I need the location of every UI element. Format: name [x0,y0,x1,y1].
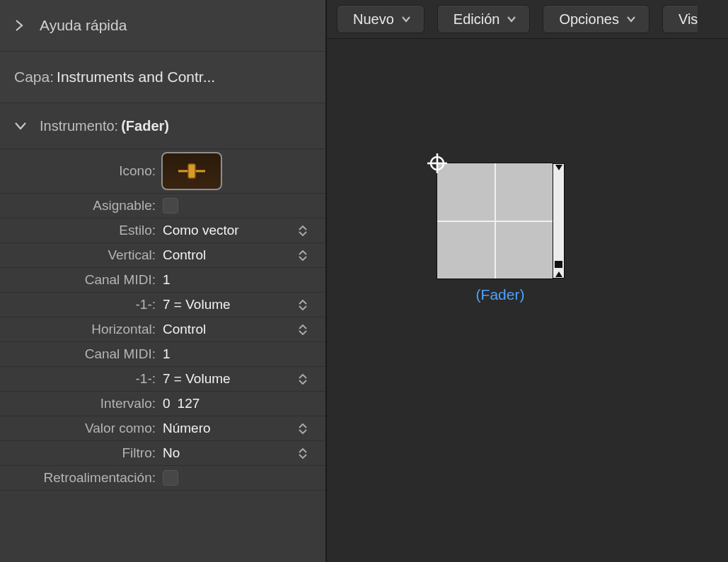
quick-help-row[interactable]: Ayuda rápida [0,0,325,52]
edicion-label: Edición [453,11,500,28]
prop-intervalo[interactable]: Intervalo: 0 127 [0,392,325,416]
chevron-right-icon [14,19,30,32]
stepper-icon[interactable] [299,448,313,459]
valorcomo-label: Valor como: [14,421,163,436]
valorcomo-value: Número [163,421,211,436]
intervalo-max[interactable]: 127 [178,396,200,411]
retro-label: Retroalimentación: [14,470,163,486]
stepper-icon[interactable] [299,423,313,434]
quick-help-label: Ayuda rápida [40,17,127,34]
prop-valor-como[interactable]: Valor como: Número [0,416,325,441]
prop-midi-channel-1[interactable]: Canal MIDI: 1 [0,268,325,293]
neg1b-value: 7 = Volume [163,371,231,387]
neg1a-value: 7 = Volume [163,297,231,312]
midi2-value: 1 [163,346,171,362]
icon-well[interactable] [163,153,221,189]
prop-filtro[interactable]: Filtro: No [0,441,325,466]
inspector-panel: Ayuda rápida Capa: Instruments and Contr… [0,0,327,562]
fader-object-label[interactable]: (Fader) [437,286,564,303]
instrument-label: Instrumento: [40,118,118,134]
icono-label: Icono: [14,163,163,179]
horizontal-label: Horizontal: [14,322,163,337]
estilo-value: Como vector [163,223,239,238]
horizontal-value: Control [163,322,206,337]
filtro-value: No [163,445,180,461]
neg1b-label: -1-: [14,371,163,387]
fader-mini-scrollbar[interactable] [553,163,565,279]
fader-object[interactable] [437,163,553,279]
opciones-label: Opciones [559,11,619,28]
neg1a-label: -1-: [14,297,163,312]
intervalo-min[interactable]: 0 [163,396,171,411]
opciones-menu[interactable]: Opciones [543,5,649,33]
prop-vertical[interactable]: Vertical: Control [0,243,325,268]
scroll-up-icon[interactable] [555,165,562,170]
layer-row[interactable]: Capa: Instruments and Contr... [0,52,325,103]
edicion-menu[interactable]: Edición [437,5,531,33]
fader-icon [175,158,208,184]
environment-canvas[interactable]: (Fader) [327,39,728,562]
filtro-label: Filtro: [14,445,163,461]
prop-cc-a[interactable]: -1-: 7 = Volume [0,293,325,317]
asignable-label: Asignable: [14,198,163,213]
scroll-down-icon[interactable] [555,271,562,277]
crosshair-target-icon [427,153,447,173]
midi1-value: 1 [163,272,171,288]
stepper-icon[interactable] [299,226,313,236]
stepper-icon[interactable] [299,324,313,335]
chevron-down-icon [507,16,516,23]
intervalo-label: Intervalo: [14,396,163,411]
chevron-down-icon [626,16,636,23]
stepper-icon[interactable] [299,374,313,385]
midi1-label: Canal MIDI: [14,272,163,288]
vertical-label: Vertical: [14,247,163,263]
layer-label: Capa: [14,69,54,86]
chevron-down-icon [14,121,30,131]
prop-horizontal[interactable]: Horizontal: Control [0,317,325,342]
prop-icono: Icono: [0,149,325,194]
prop-asignable: Asignable: [0,194,325,218]
layer-value: Instruments and Contr... [57,69,215,86]
stepper-icon[interactable] [299,300,313,310]
stepper-icon[interactable] [299,250,313,261]
midi2-label: Canal MIDI: [14,346,163,362]
editor-area: Nuevo Edición Opciones Vis [327,0,728,562]
svg-rect-1 [188,164,195,178]
instrument-row[interactable]: Instrumento: (Fader) [0,103,325,149]
chevron-down-icon [401,16,411,23]
vis-label: Vis [678,11,698,28]
nuevo-menu[interactable]: Nuevo [337,5,424,33]
prop-retroalimentacion: Retroalimentación: [0,466,325,491]
vertical-value: Control [163,247,206,263]
nuevo-label: Nuevo [353,11,394,28]
estilo-label: Estilo: [14,223,163,238]
retro-checkbox[interactable] [163,470,178,486]
instrument-value: (Fader) [121,118,169,134]
toolbar: Nuevo Edición Opciones Vis [327,0,728,39]
prop-estilo[interactable]: Estilo: Como vector [0,218,325,243]
prop-cc-b[interactable]: -1-: 7 = Volume [0,367,325,392]
vis-menu[interactable]: Vis [662,5,698,33]
prop-midi-channel-2[interactable]: Canal MIDI: 1 [0,342,325,367]
asignable-checkbox[interactable] [163,198,178,213]
scroll-thumb[interactable] [555,261,562,268]
